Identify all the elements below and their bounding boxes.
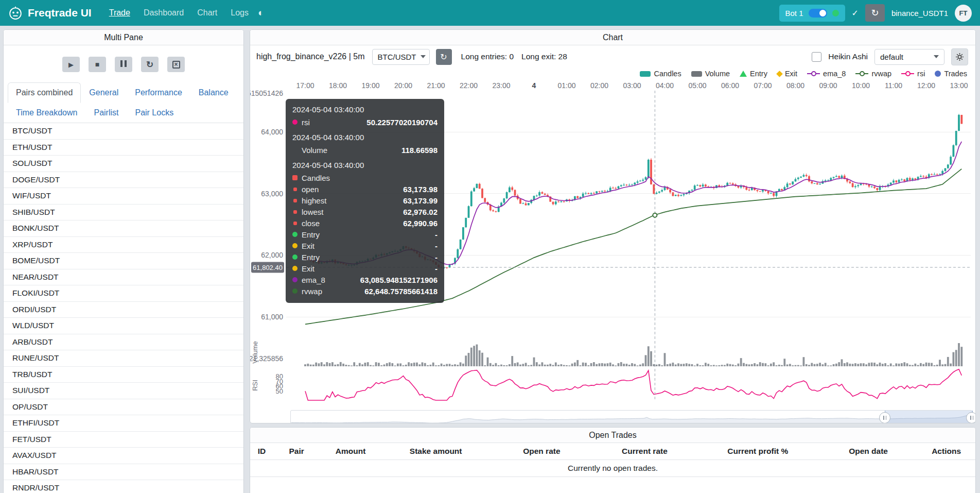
signal-counts: Long entries: 0 Long exit: 28 — [461, 52, 567, 61]
pair-list-item[interactable]: BOME/USDT — [4, 253, 243, 269]
pair-list-item[interactable]: SUI/USDT — [4, 383, 243, 399]
nav-link-trade[interactable]: Trade — [103, 4, 136, 22]
chart-refresh-button[interactable]: ↻ — [436, 49, 452, 65]
price-chart-canvas[interactable]: 64,00063,00062,00061,00051505142621,3258… — [250, 80, 975, 405]
ema_8-marker-icon — [807, 73, 820, 74]
legend-volume[interactable]: Volume — [691, 70, 730, 78]
chart-settings-button[interactable] — [951, 48, 968, 65]
datazoom-right-handle[interactable] — [966, 412, 976, 423]
pause-button[interactable] — [115, 57, 132, 72]
stop-button[interactable]: ■ — [89, 57, 106, 72]
legend-rsi[interactable]: rsi — [901, 70, 925, 78]
legend-label: Entry — [750, 70, 767, 78]
open-trades-table: IDPairAmountStake amountOpen rateCurrent… — [250, 443, 975, 477]
pair-list-item[interactable]: FLOKI/USDT — [4, 285, 243, 302]
account-name: binance_USDT1 — [891, 9, 948, 18]
nav-link-dashboard[interactable]: Dashboard — [137, 4, 190, 22]
bot-toggle[interactable] — [809, 9, 827, 18]
pair-list-item[interactable]: ETH/USDT — [4, 140, 243, 156]
nav-links: TradeDashboardChartLogs — [103, 4, 255, 22]
legend-label: Exit — [785, 70, 797, 78]
pair-list-item[interactable]: DOGE/USDT — [4, 172, 243, 189]
tab-performance[interactable]: Performance — [127, 82, 190, 103]
svg-text:23:00: 23:00 — [492, 81, 510, 90]
pair-list-item[interactable]: BONK/USDT — [4, 220, 243, 237]
legend-rvwap[interactable]: rvwap — [855, 70, 891, 78]
pair-list-item[interactable]: OP/USDT — [4, 399, 243, 416]
pair-list-item[interactable]: TRB/USDT — [4, 367, 243, 383]
candles-marker-icon — [640, 71, 651, 77]
pair-list-item[interactable]: ORDI/USDT — [4, 302, 243, 318]
svg-text:04:00: 04:00 — [656, 81, 674, 90]
pair-list-item[interactable]: AVAX/USDT — [4, 448, 243, 464]
pair-list-item[interactable]: ARB/USDT — [4, 334, 243, 351]
legend-ema-8[interactable]: ema_8 — [807, 70, 846, 78]
svg-text:50: 50 — [276, 387, 283, 395]
multi-pane-panel: Multi Pane ▶■↻× Pairs combinedGeneralPer… — [3, 29, 244, 493]
legend-entry[interactable]: Entry — [740, 70, 767, 78]
pair-list-item[interactable]: FET/USDT — [4, 432, 243, 448]
pair-list-item[interactable]: XRP/USDT — [4, 237, 243, 253]
pair-list-item[interactable]: WLD/USDT — [4, 318, 243, 334]
bot-selector[interactable]: Bot 1 — [779, 5, 845, 22]
svg-text:08:00: 08:00 — [786, 81, 804, 90]
datazoom-slider[interactable] — [290, 410, 972, 423]
gear-icon — [955, 53, 964, 61]
svg-text:05:00: 05:00 — [688, 81, 706, 90]
tab-time-breakdown[interactable]: Time Breakdown — [8, 103, 85, 123]
pause-icon — [119, 60, 128, 69]
entry-marker-icon — [740, 71, 747, 77]
legend-exit[interactable]: Exit — [777, 70, 797, 78]
long-entries-label: Long entries: 0 — [461, 52, 514, 61]
svg-text:61,802.40: 61,802.40 — [253, 264, 283, 271]
multi-pane-tabs: Pairs combinedGeneralPerformanceBalanceT… — [4, 82, 243, 123]
tab-pairs-combined[interactable]: Pairs combined — [8, 82, 81, 103]
pair-list-item[interactable]: WIF/USDT — [4, 188, 243, 205]
svg-text:12:00: 12:00 — [917, 81, 935, 90]
pair-list-item[interactable]: ETHFI/USDT — [4, 415, 243, 432]
legend-label: Trades — [944, 70, 967, 78]
nav-link-logs[interactable]: Logs — [224, 4, 255, 22]
heikin-ashi-checkbox[interactable] — [812, 52, 821, 62]
theme-toggle-icon[interactable]: ◐ — [258, 7, 264, 19]
legend-candles[interactable]: Candles — [640, 70, 681, 78]
svg-text:21:00: 21:00 — [427, 81, 445, 90]
datazoom-left-handle[interactable] — [879, 412, 890, 423]
pair-list-item[interactable]: BTC/USDT — [4, 123, 243, 140]
legend-trades[interactable]: Trades — [935, 70, 967, 78]
cancel-open-orders-button[interactable]: × — [167, 57, 185, 72]
svg-text:Volume: Volume — [251, 341, 259, 363]
tab-balance[interactable]: Balance — [190, 82, 237, 103]
chart-panel-title: Chart — [250, 30, 975, 45]
brand-title: Freqtrade UI — [28, 7, 92, 19]
legend-label: rsi — [917, 70, 925, 78]
refresh-bots-button[interactable]: ↻ — [865, 4, 885, 22]
datazoom-silhouette — [291, 411, 972, 423]
open-trades-empty-row: Currently no open trades. — [250, 460, 975, 477]
open-trades-header-row: IDPairAmountStake amountOpen rateCurrent… — [250, 443, 975, 460]
chevron-down-icon — [421, 55, 426, 58]
svg-text:18:00: 18:00 — [329, 81, 347, 90]
tab-pair-locks[interactable]: Pair Locks — [127, 103, 182, 123]
tab-pairlist[interactable]: Pairlist — [85, 103, 127, 123]
pair-select[interactable]: BTC/USDT — [372, 49, 430, 65]
open-trades-panel: Open Trades IDPairAmountStake amountOpen… — [250, 427, 976, 493]
bot-controls: ▶■↻× — [4, 45, 243, 82]
pair-list-item[interactable]: HBAR/USDT — [4, 464, 243, 481]
tab-general[interactable]: General — [81, 82, 127, 103]
svg-text:515051426: 515051426 — [250, 89, 283, 97]
pair-list-item[interactable]: RNDR/USDT — [4, 480, 243, 493]
plot-config-select[interactable]: default — [874, 49, 944, 65]
pair-list-item[interactable]: SOL/USDT — [4, 156, 243, 172]
chart-area: 64,00063,00062,00061,00051505142621,3258… — [250, 80, 975, 407]
nav-link-chart[interactable]: Chart — [191, 4, 223, 22]
pair-list-item[interactable]: NEAR/USDT — [4, 269, 243, 286]
reload-button[interactable]: ↻ — [141, 57, 159, 72]
svg-text:19:00: 19:00 — [361, 81, 379, 90]
user-avatar[interactable]: FT — [955, 5, 972, 22]
brand[interactable]: Freqtrade UI — [8, 6, 92, 20]
pair-list-item[interactable]: SHIB/USDT — [4, 205, 243, 221]
datazoom-selection[interactable] — [885, 411, 973, 423]
pair-list-item[interactable]: RUNE/USDT — [4, 350, 243, 367]
start-button[interactable]: ▶ — [62, 57, 80, 72]
